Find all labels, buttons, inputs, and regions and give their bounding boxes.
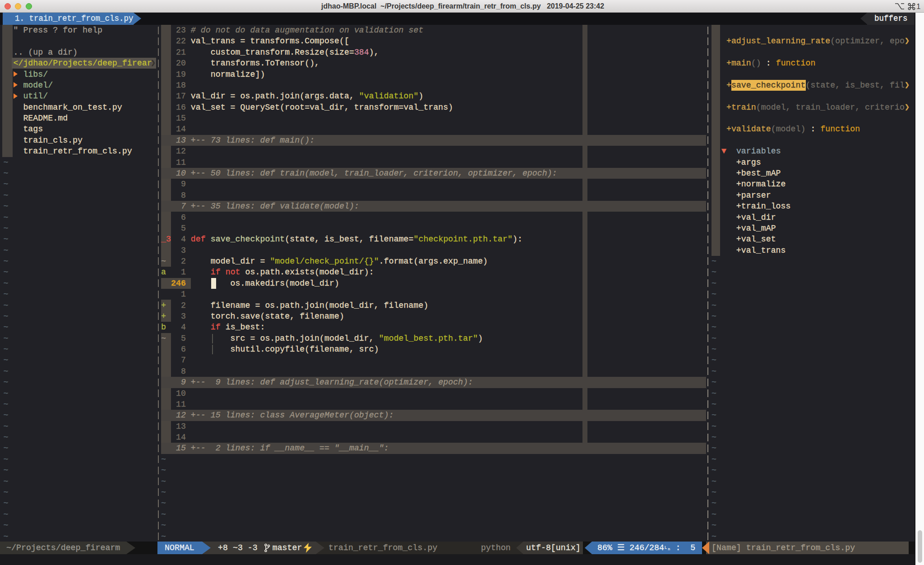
svg-text:1: 1: [916, 2, 920, 11]
